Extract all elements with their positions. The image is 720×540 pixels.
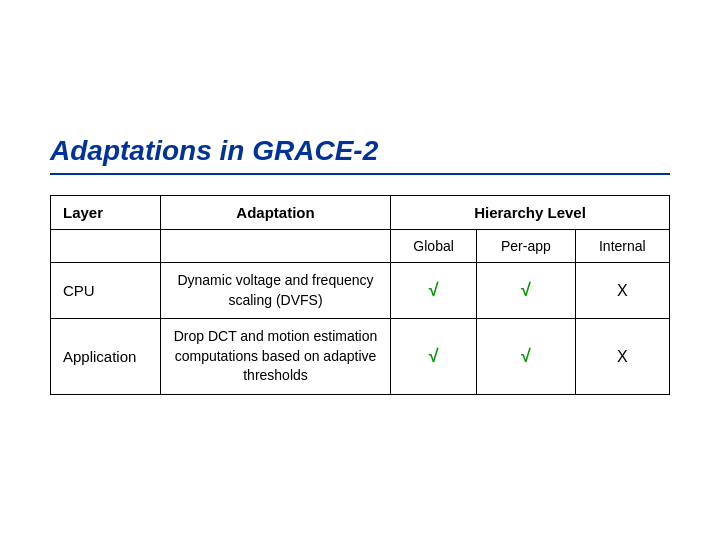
layer-cell: CPU bbox=[51, 263, 161, 319]
title-divider bbox=[50, 173, 670, 175]
per-app-cell: √ bbox=[477, 319, 575, 395]
internal-sub-header: Internal bbox=[575, 230, 669, 263]
internal-cell: X bbox=[575, 319, 669, 395]
slide-container: Adaptations in GRACE-2 Layer Adaptation … bbox=[20, 115, 700, 425]
adaptation-column-header: Adaptation bbox=[161, 196, 391, 230]
global-cell: √ bbox=[391, 263, 477, 319]
layer-column-header: Layer bbox=[51, 196, 161, 230]
title-area: Adaptations in GRACE-2 bbox=[50, 135, 670, 175]
hierarchy-column-header: Hierarchy Level bbox=[391, 196, 670, 230]
per-app-sub-header: Per-app bbox=[477, 230, 575, 263]
table-row: ApplicationDrop DCT and motion estimatio… bbox=[51, 319, 670, 395]
adaptations-table: Layer Adaptation Hierarchy Level Global … bbox=[50, 195, 670, 395]
slide-title: Adaptations in GRACE-2 bbox=[50, 135, 670, 167]
global-sub-header: Global bbox=[391, 230, 477, 263]
layer-cell: Application bbox=[51, 319, 161, 395]
layer-sub-header bbox=[51, 230, 161, 263]
table-row: CPUDynamic voltage and frequency scaling… bbox=[51, 263, 670, 319]
adaptation-cell: Drop DCT and motion estimation computati… bbox=[161, 319, 391, 395]
internal-cell: X bbox=[575, 263, 669, 319]
per-app-cell: √ bbox=[477, 263, 575, 319]
adaptation-cell: Dynamic voltage and frequency scaling (D… bbox=[161, 263, 391, 319]
global-cell: √ bbox=[391, 319, 477, 395]
adaptation-sub-header bbox=[161, 230, 391, 263]
